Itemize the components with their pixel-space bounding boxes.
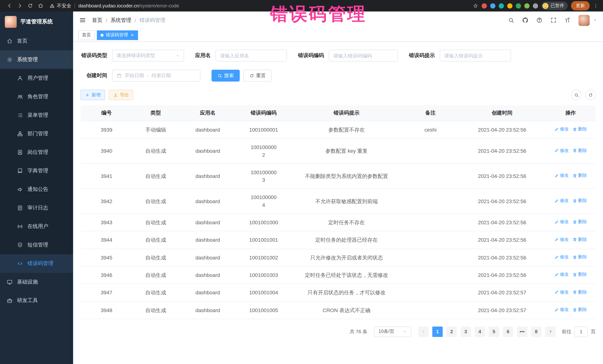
select-placeholder: 请选择错误码类型 bbox=[116, 52, 155, 59]
sidebar-item-menu[interactable]: 菜单管理 bbox=[0, 106, 73, 124]
sidebar-toggle-icon[interactable] bbox=[79, 17, 86, 24]
sidebar-item-error-code[interactable]: 错误码管理 bbox=[0, 254, 73, 273]
font-size-icon[interactable] bbox=[564, 17, 571, 23]
app-name-input[interactable] bbox=[216, 50, 287, 62]
delete-link[interactable]: 删除 bbox=[572, 173, 587, 179]
create-time-range-input[interactable]: 开始日期 - 结束日期 bbox=[112, 70, 200, 82]
pager-1[interactable]: 1 bbox=[432, 327, 443, 337]
sidebar-item-user[interactable]: 用户管理 bbox=[0, 69, 73, 88]
browser-forward-icon[interactable] bbox=[15, 1, 24, 11]
add-button[interactable]: 新增 bbox=[81, 90, 105, 100]
download-icon bbox=[113, 92, 118, 97]
total-count: 共 76 条 bbox=[350, 328, 367, 335]
chevron-down-icon[interactable] bbox=[593, 18, 597, 22]
export-button[interactable]: 导出 bbox=[109, 90, 133, 100]
edit-link[interactable]: 修改 bbox=[554, 126, 569, 133]
profile-paused-badge[interactable]: 已暂停 bbox=[541, 1, 568, 10]
drop-extension-icon[interactable] bbox=[490, 3, 495, 8]
next-page-button[interactable] bbox=[545, 327, 556, 337]
sidebar-item-home[interactable]: 首页 bbox=[0, 32, 73, 50]
menu-label: 通知公告 bbox=[27, 186, 48, 193]
pager-2[interactable]: 2 bbox=[446, 327, 457, 337]
goto-page-input[interactable] bbox=[574, 327, 588, 337]
pager-8[interactable]: 8 bbox=[531, 327, 541, 337]
leaf-extension-icon[interactable] bbox=[524, 3, 530, 8]
breadcrumb-system[interactable]: 系统管理 bbox=[111, 17, 131, 23]
search-button[interactable]: 搜索 bbox=[211, 70, 240, 82]
error-code-input[interactable] bbox=[329, 50, 398, 62]
browser-back-icon[interactable] bbox=[4, 1, 14, 11]
edit-link[interactable]: 修改 bbox=[554, 272, 569, 278]
error-type-select[interactable]: 请选择错误码类型 bbox=[112, 50, 184, 62]
edit-link[interactable]: 修改 bbox=[554, 147, 569, 154]
user-avatar[interactable] bbox=[579, 15, 590, 26]
cell-time: 2021-04-20 23:52:56 bbox=[459, 266, 546, 284]
pager-ellipsis[interactable]: ••• bbox=[517, 327, 527, 337]
sidebar-item-audit-log[interactable]: 审计日志 bbox=[0, 199, 73, 217]
error-hint-input[interactable] bbox=[440, 50, 511, 62]
cell-type: 自动生成 bbox=[132, 139, 179, 164]
chevron-down-icon bbox=[175, 54, 180, 58]
browser-home-icon[interactable] bbox=[36, 1, 45, 11]
cell-type: 自动生成 bbox=[132, 164, 179, 189]
delete-link[interactable]: 删除 bbox=[572, 272, 587, 278]
github-icon[interactable] bbox=[522, 17, 528, 23]
sidebar-item-sms[interactable]: 短信管理 bbox=[0, 236, 73, 254]
toggle-search-button[interactable] bbox=[571, 90, 581, 100]
puzzle-extension-icon[interactable] bbox=[533, 3, 538, 8]
search-icon[interactable] bbox=[508, 17, 514, 23]
delete-link[interactable]: 删除 bbox=[572, 236, 587, 243]
edit-link[interactable]: 修改 bbox=[554, 173, 569, 179]
url-host: dashboard.yudao.iocoder.cn bbox=[78, 3, 139, 9]
pin-extension-icon[interactable] bbox=[516, 3, 521, 8]
browser-reload-icon[interactable] bbox=[25, 1, 35, 11]
kebab-menu-icon[interactable] bbox=[593, 3, 599, 9]
delete-link[interactable]: 删除 bbox=[572, 147, 587, 154]
reset-button[interactable]: 重置 bbox=[244, 70, 272, 82]
check-extension-icon[interactable] bbox=[499, 3, 504, 8]
page-size-select[interactable]: 10条/页 bbox=[374, 327, 411, 337]
pager-4[interactable]: 4 bbox=[475, 327, 485, 337]
help-icon[interactable] bbox=[536, 17, 543, 23]
breadcrumb-home[interactable]: 首页 bbox=[92, 17, 103, 23]
sidebar-item-notice[interactable]: 通知公告 bbox=[0, 180, 73, 199]
edit-link[interactable]: 修改 bbox=[554, 198, 569, 204]
refresh-table-button[interactable] bbox=[585, 90, 596, 100]
bookmark-star-icon[interactable] bbox=[473, 3, 478, 9]
sidebar-item-role[interactable]: 角色管理 bbox=[0, 88, 73, 106]
delete-link[interactable]: 删除 bbox=[572, 307, 587, 313]
fullscreen-icon[interactable] bbox=[550, 17, 557, 23]
cell-time: 2021-04-20 23:52:56 bbox=[459, 121, 546, 139]
edit-link[interactable]: 修改 bbox=[554, 219, 569, 225]
target-extension-icon[interactable] bbox=[482, 3, 487, 8]
pager-5[interactable]: 5 bbox=[489, 327, 499, 337]
edit-link[interactable]: 修改 bbox=[554, 307, 569, 313]
address-bar[interactable]: 不安全 dashboard.yudao.iocoder.cn/system/er… bbox=[50, 2, 468, 9]
sidebar-item-infra[interactable]: 基础设施 bbox=[0, 273, 73, 291]
delete-link[interactable]: 删除 bbox=[572, 289, 587, 295]
watermark-text: 错误码管理 bbox=[270, 2, 367, 26]
tag-home[interactable]: 首页 bbox=[78, 30, 95, 40]
sidebar-item-online-user[interactable]: 在线用户 bbox=[0, 217, 73, 236]
edit-link[interactable]: 修改 bbox=[554, 236, 569, 243]
prev-page-button[interactable] bbox=[418, 327, 429, 337]
delete-link[interactable]: 删除 bbox=[572, 219, 587, 225]
delete-link[interactable]: 删除 bbox=[572, 126, 587, 133]
delete-link[interactable]: 删除 bbox=[572, 198, 587, 204]
grid-extension-icon[interactable] bbox=[507, 3, 512, 8]
sidebar-item-post[interactable]: 岗位管理 bbox=[0, 143, 73, 162]
sidebar-item-dept[interactable]: 部门管理 bbox=[0, 124, 73, 143]
pager-3[interactable]: 3 bbox=[461, 327, 471, 337]
edit-link[interactable]: 修改 bbox=[554, 254, 569, 260]
cell-app: dashboard bbox=[179, 121, 237, 139]
sidebar-logo[interactable]: 芋道管理系统 bbox=[0, 11, 73, 32]
pager-6[interactable]: 6 bbox=[503, 327, 513, 337]
tag-error-code[interactable]: 错误码管理 bbox=[97, 30, 138, 40]
browser-update-button[interactable]: 更新 bbox=[571, 1, 590, 10]
edit-link[interactable]: 修改 bbox=[554, 289, 569, 295]
sidebar-item-dev-tools[interactable]: 研发工具 bbox=[0, 291, 73, 310]
delete-link[interactable]: 删除 bbox=[572, 254, 587, 260]
close-icon[interactable] bbox=[130, 33, 134, 37]
sidebar-item-system[interactable]: 系统管理 bbox=[0, 50, 73, 69]
sidebar-item-dict[interactable]: 字典管理 bbox=[0, 162, 73, 180]
